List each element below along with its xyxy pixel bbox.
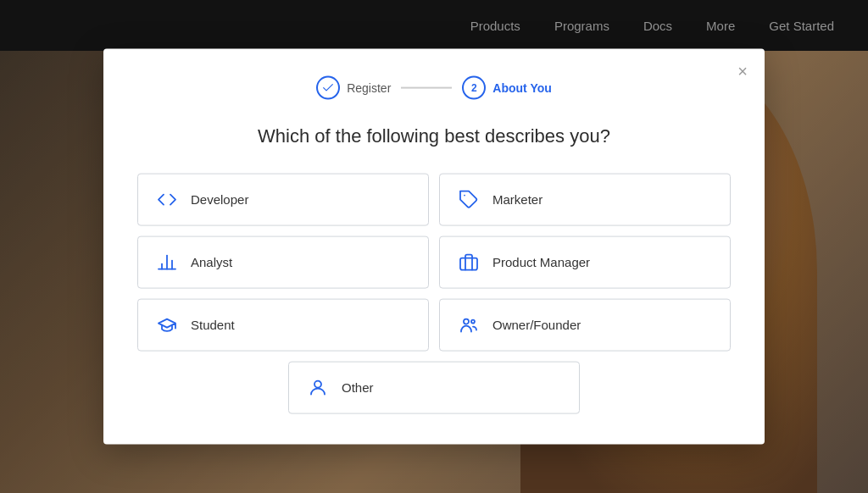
option-analyst-label: Analyst	[191, 255, 232, 269]
step-1-label: Register	[347, 81, 391, 95]
code-icon	[155, 189, 179, 209]
option-other-label: Other	[342, 380, 374, 395]
option-developer-label: Developer	[191, 192, 248, 207]
option-product-manager-label: Product Manager	[492, 255, 590, 269]
svg-point-6	[464, 319, 469, 324]
stepper: Register 2 About You	[137, 76, 731, 100]
close-button[interactable]: ×	[737, 63, 748, 80]
option-marketer[interactable]: Marketer	[439, 173, 731, 225]
svg-point-7	[471, 319, 475, 323]
option-product-manager[interactable]: Product Manager	[439, 235, 731, 288]
tag-icon	[457, 189, 481, 209]
step-2-icon: 2	[462, 76, 486, 100]
svg-rect-5	[460, 258, 477, 269]
step-2-label: About You	[492, 81, 551, 95]
option-marketer-label: Marketer	[492, 192, 542, 207]
modal-dialog: × Register 2 About You Which of the foll…	[103, 49, 765, 445]
option-student-label: Student	[191, 318, 235, 332]
other-row: Other	[137, 361, 731, 413]
option-other[interactable]: Other	[288, 361, 580, 413]
option-owner-founder[interactable]: Owner/Founder	[439, 298, 731, 351]
bar-chart-icon	[155, 252, 179, 272]
option-developer[interactable]: Developer	[137, 173, 429, 225]
step-register: Register	[316, 76, 391, 100]
option-student[interactable]: Student	[137, 298, 429, 351]
svg-point-8	[314, 380, 321, 387]
step-connector	[401, 87, 452, 89]
owner-icon	[457, 314, 481, 335]
option-owner-founder-label: Owner/Founder	[492, 318, 581, 332]
options-grid: Developer Marketer Analyst	[137, 173, 731, 351]
briefcase-icon	[457, 252, 481, 272]
graduation-icon	[155, 314, 179, 335]
step-1-icon	[316, 76, 340, 100]
step-about-you: 2 About You	[462, 76, 551, 100]
option-analyst[interactable]: Analyst	[137, 235, 429, 288]
person-icon	[306, 377, 330, 397]
question-text: Which of the following best describes yo…	[137, 124, 731, 150]
